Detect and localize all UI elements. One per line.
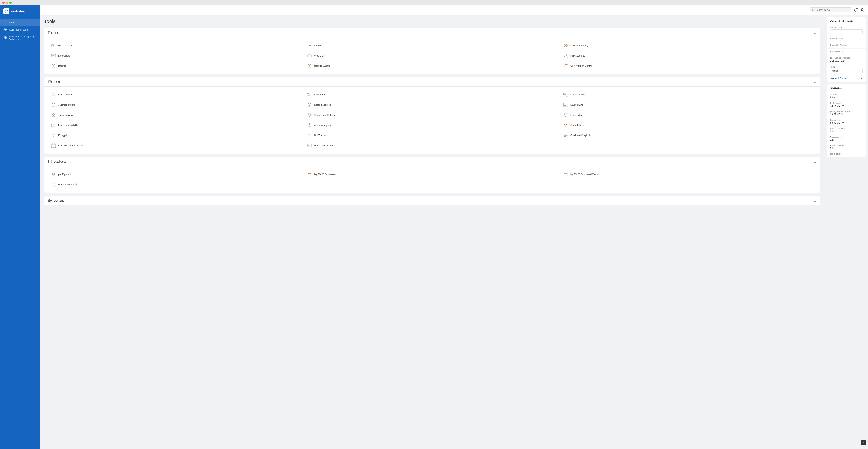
tool-backup[interactable]: Backup — [48, 61, 304, 71]
tool-phpmyadmin[interactable]: phpMyAdmin — [48, 169, 304, 180]
tool-forwarders[interactable]: Forwarders — [304, 90, 560, 100]
section-domains-header[interactable]: Domains ▲ — [44, 196, 820, 205]
svg-point-4 — [861, 8, 863, 10]
tool-images[interactable]: Images — [304, 40, 560, 51]
domains-section-icon — [48, 199, 52, 202]
tool-disk-usage[interactable]: Disk Usage — [48, 51, 304, 61]
sidebar-item-tools[interactable]: Tools — [0, 19, 39, 26]
tool-email-routing[interactable]: Email Routing — [560, 90, 816, 100]
section-files-header[interactable]: Files ▲ — [44, 28, 820, 37]
theme-select[interactable]: jupiter paper_lantern — [830, 69, 863, 73]
tool-configure-greylisting[interactable]: Configure Greylisting — [560, 130, 816, 140]
phpmyadmin-icon — [51, 171, 56, 177]
tools-icon — [3, 21, 7, 24]
tool-default-address[interactable]: Default Address — [304, 100, 560, 110]
bandwidth-value: 53.82 MB / ∞ — [830, 122, 863, 124]
remote-mysql-icon — [51, 182, 56, 187]
current-user-select[interactable] — [830, 29, 863, 34]
notification-button[interactable] — [854, 8, 858, 12]
last-login-ip-label: Last Login IP Address — [830, 57, 863, 59]
svg-line-56 — [564, 124, 567, 127]
sidebar-item-tools-label: Tools — [9, 21, 14, 24]
email-deliverability-label: Email Deliverability — [58, 124, 78, 127]
tool-track-delivery[interactable]: Track Delivery — [48, 110, 304, 120]
mysql-disk-value: 39.72 MB / ∞ — [830, 113, 863, 116]
sidebar-item-wpmanager-label: WordPress Manager by Softaculous — [9, 35, 36, 41]
disk-usage-icon — [51, 53, 56, 59]
tool-boxtrapper[interactable]: BoxTrapper — [304, 130, 560, 140]
section-email-header[interactable]: Email ▲ — [44, 77, 820, 87]
maximize-button[interactable] — [9, 1, 12, 4]
tool-email-accounts[interactable]: Email Accounts — [48, 90, 304, 100]
backup-label: Backup — [58, 65, 66, 67]
mysql-disk-label: MySQL® Disk Usage — [830, 110, 863, 113]
user-button[interactable] — [860, 8, 864, 12]
calendars-contacts-label: Calendars and Contacts — [58, 144, 84, 147]
addon-domains-value: 2 / ∞ — [830, 130, 863, 133]
email-disk-usage-icon — [307, 143, 312, 149]
svg-rect-71 — [307, 144, 312, 147]
svg-point-77 — [53, 174, 54, 174]
tool-email-deliverability[interactable]: Email Deliverability — [48, 120, 304, 130]
sidebar-item-wordpress-manager[interactable]: WordPress Manager by Softaculous — [0, 33, 39, 42]
home-directory-label: Home Directory — [830, 50, 863, 53]
mysql-database-wizard-label: MySQL® Database Wizard — [570, 173, 599, 176]
mailing-lists-label: Mailing Lists — [570, 104, 583, 106]
mysql-databases-label: MySQL® Databases — [314, 173, 336, 176]
stats-row-disk-usage: Disk Usage 42.67 MB / ∞ — [827, 100, 866, 109]
svg-rect-70 — [54, 146, 55, 146]
spam-filters-icon — [563, 122, 568, 128]
forwarders-label: Forwarders — [314, 93, 326, 96]
sidebar-item-wordpress-toolkit[interactable]: WordPress Toolkit — [0, 26, 39, 33]
current-user-label: Current User — [830, 27, 863, 29]
svg-point-31 — [53, 93, 54, 94]
encryption-label: Encryption — [58, 134, 69, 137]
search-box[interactable] — [810, 7, 851, 12]
backup-wizard-label: Backup Wizard — [314, 65, 330, 67]
tool-global-email-filters[interactable]: Global Email Filters — [304, 110, 560, 120]
section-files: Files ▲ File Manager — [44, 28, 820, 74]
tool-spam-filters[interactable]: Spam Filters — [560, 120, 816, 130]
tool-mysql-databases[interactable]: MySQL® Databases — [304, 169, 560, 180]
encryption-icon — [51, 133, 56, 138]
minimize-button[interactable] — [6, 1, 8, 4]
svg-point-26 — [564, 64, 565, 65]
svg-point-11 — [308, 45, 309, 45]
backup-wizard-icon — [307, 63, 312, 69]
search-input[interactable] — [816, 8, 849, 11]
section-email-title-area: Email — [48, 80, 60, 84]
float-button[interactable] — [861, 440, 867, 445]
tool-backup-wizard[interactable]: Backup Wizard — [304, 61, 560, 71]
svg-rect-7 — [52, 44, 54, 47]
sidebar-item-wptoolkit-label: WordPress Toolkit — [9, 28, 28, 31]
svg-point-44 — [53, 115, 54, 116]
general-info-title: General Information — [827, 17, 866, 25]
tool-file-manager[interactable]: File Manager — [48, 40, 304, 51]
server-info-link[interactable]: Server Information — [827, 75, 866, 82]
primary-domain-row: Primary Domain — [827, 36, 866, 42]
stats-row-mysql-disk: MySQL® Disk Usage 39.72 MB / ∞ — [827, 109, 866, 117]
svg-point-79 — [564, 173, 567, 174]
tool-calendars-contacts[interactable]: Calendars and Contacts — [48, 140, 304, 151]
tool-git[interactable]: Git™ Version Control — [560, 61, 816, 71]
tool-email-disk-usage[interactable]: Email Disk Usage — [304, 140, 560, 151]
tool-mailing-lists[interactable]: Mailing Lists — [560, 100, 816, 110]
tool-directory-privacy[interactable]: Directory Privacy — [560, 40, 816, 51]
tool-remote-mysql[interactable]: Remote MySQL® — [48, 180, 304, 190]
ftp-accounts-icon: FTP — [563, 53, 568, 59]
svg-rect-59 — [308, 134, 311, 137]
tool-mysql-database-wizard[interactable]: MySQL® Database Wizard — [560, 169, 816, 180]
tool-encryption[interactable]: Encryption — [48, 130, 304, 140]
section-databases-header[interactable]: Databases ▲ — [44, 157, 820, 166]
shared-ip-label: Shared IP Address — [830, 44, 863, 46]
tool-address-importer[interactable]: Address Importer — [304, 120, 560, 130]
tool-ftp-accounts[interactable]: FTP FTP Accounts — [560, 51, 816, 61]
right-panel: General Information Current User Primary… — [825, 15, 868, 449]
close-button[interactable] — [2, 1, 4, 4]
svg-point-37 — [52, 103, 55, 107]
tool-autoresponders[interactable]: Autoresponders — [48, 100, 304, 110]
tool-email-filters[interactable]: Email Filters — [560, 110, 816, 120]
tool-web-disk[interactable]: Web Disk — [304, 51, 560, 61]
disk-usage-stat-label: Disk Usage — [830, 102, 863, 104]
shared-ip-row: Shared IP Address — [827, 42, 866, 49]
